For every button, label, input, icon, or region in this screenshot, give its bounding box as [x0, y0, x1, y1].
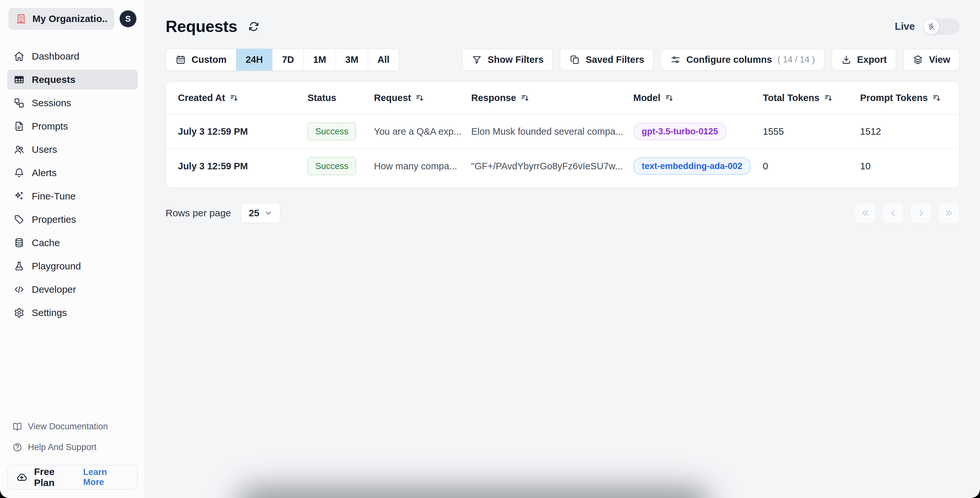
sidebar-item-sessions[interactable]: Sessions — [7, 93, 138, 113]
toggle-knob — [924, 19, 939, 34]
help-and-support-link[interactable]: Help And Support — [7, 438, 138, 457]
sidebar-item-label: Cache — [32, 237, 60, 248]
learn-more-link[interactable]: Learn More — [83, 467, 129, 487]
document-icon — [14, 121, 25, 132]
footer-link-label: Help And Support — [28, 442, 97, 452]
next-page-icon — [916, 209, 926, 217]
show-filters-button[interactable]: Show Filters — [462, 49, 553, 71]
help-circle-icon — [12, 442, 22, 452]
time-range-control: Custom 24H 7D 1M 3M All — [165, 49, 399, 71]
sidebar-item-playground[interactable]: Playground — [7, 256, 138, 276]
view-documentation-link[interactable]: View Documentation — [7, 417, 138, 436]
pager-buttons — [854, 202, 959, 224]
first-page-button[interactable] — [854, 202, 876, 224]
rows-per-page-select[interactable]: 25 — [241, 203, 280, 223]
columns-count: ( 14 / 14 ) — [778, 55, 815, 65]
time-range-24h[interactable]: 24H — [236, 49, 272, 71]
sidebar-item-dashboard[interactable]: Dashboard — [7, 46, 138, 67]
table-row[interactable]: July 3 12:59 PM Success You are a Q&A ex… — [166, 114, 959, 149]
org-row: My Organizatio... S — [0, 0, 145, 38]
column-header-model[interactable]: Model — [633, 93, 763, 103]
sidebar-footer: View Documentation Help And Support Free… — [0, 417, 145, 498]
sidebar-item-alerts[interactable]: Alerts — [7, 163, 138, 183]
toolbar: Custom 24H 7D 1M 3M All Show Filters Sav… — [165, 49, 959, 71]
cell-status: Success — [307, 157, 374, 175]
plan-card: Free Plan Learn More — [7, 465, 138, 490]
sidebar-item-prompts[interactable]: Prompts — [7, 116, 138, 136]
sidebar-item-developer[interactable]: Developer — [7, 279, 138, 300]
org-switcher-button[interactable]: My Organizatio... — [8, 8, 115, 30]
cell-request: You are a Q&A exp... — [374, 126, 471, 137]
book-open-icon — [12, 422, 22, 431]
column-header-created-at[interactable]: Created At — [178, 93, 307, 103]
sidebar-item-label: Sessions — [32, 97, 71, 108]
cell-total-tokens: 1555 — [763, 126, 860, 137]
first-page-icon — [861, 209, 870, 217]
sidebar-item-requests[interactable]: Requests — [7, 70, 138, 90]
cell-model: text-embedding-ada-002 — [633, 157, 763, 175]
sidebar-item-fine-tune[interactable]: Fine-Tune — [7, 186, 138, 206]
time-range-custom[interactable]: Custom — [166, 49, 236, 71]
user-avatar[interactable]: S — [119, 10, 137, 27]
last-page-icon — [944, 209, 953, 217]
sidebar-item-properties[interactable]: Properties — [7, 209, 138, 230]
bell-icon — [14, 167, 25, 178]
column-header-total-tokens[interactable]: Total Tokens — [763, 93, 860, 103]
column-header-request[interactable]: Request — [374, 93, 471, 103]
code-icon — [14, 284, 25, 295]
sidebar-item-cache[interactable]: Cache — [7, 233, 138, 253]
cell-created-at: July 3 12:59 PM — [178, 161, 307, 171]
layers-icon — [913, 54, 923, 65]
sidebar-item-label: Developer — [32, 284, 76, 295]
home-icon — [14, 51, 25, 62]
table-row[interactable]: July 3 12:59 PM Success How many compa..… — [166, 149, 959, 183]
configure-columns-button[interactable]: Configure columns ( 14 / 14 ) — [661, 49, 824, 71]
cell-request: How many compa... — [374, 161, 471, 171]
column-header-status: Status — [307, 93, 374, 103]
cell-response: "GF+/PAvdYbyrrGo8yFz6vIeSU7w... — [471, 161, 633, 171]
live-toggle-group: Live — [895, 19, 959, 35]
sort-icon — [824, 94, 833, 102]
time-range-1m[interactable]: 1M — [304, 49, 336, 71]
tag-icon — [14, 214, 25, 225]
status-badge: Success — [307, 157, 356, 175]
refresh-button[interactable] — [248, 21, 260, 33]
sidebar-item-users[interactable]: Users — [7, 140, 138, 160]
sidebar-item-settings[interactable]: Settings — [7, 303, 138, 323]
time-range-3m[interactable]: 3M — [336, 49, 368, 71]
last-page-button[interactable] — [938, 202, 959, 224]
export-button[interactable]: Export — [832, 49, 896, 71]
cell-status: Success — [307, 122, 374, 141]
next-page-button[interactable] — [910, 202, 932, 224]
column-header-prompt-tokens[interactable]: Prompt Tokens — [860, 93, 959, 103]
view-button[interactable]: View — [903, 49, 959, 71]
sparkles-icon — [14, 191, 25, 202]
sidebar-item-label: Requests — [32, 74, 75, 85]
footer-link-label: View Documentation — [28, 422, 108, 431]
live-label: Live — [895, 21, 915, 32]
building-icon — [16, 13, 27, 24]
calendar-icon — [175, 54, 186, 65]
cell-prompt-tokens: 1512 — [860, 126, 959, 137]
flash-off-icon — [927, 22, 936, 31]
table-header-row: Created At Status Request Response Model — [166, 82, 959, 114]
live-toggle[interactable] — [923, 19, 959, 35]
sidebar-item-label: Users — [32, 144, 57, 155]
rows-per-page-label: Rows per page — [165, 208, 231, 219]
sort-icon — [932, 94, 941, 102]
chevron-down-icon — [264, 209, 272, 217]
prev-page-button[interactable] — [883, 202, 904, 224]
saved-filters-button[interactable]: Saved Filters — [560, 49, 654, 71]
sidebar-item-label: Fine-Tune — [32, 191, 76, 202]
model-badge: gpt-3.5-turbo-0125 — [633, 123, 727, 140]
org-name: My Organizatio... — [32, 13, 107, 24]
time-range-all[interactable]: All — [368, 49, 399, 71]
flask-icon — [14, 261, 25, 272]
sort-icon — [665, 94, 674, 102]
cloud-upload-icon — [16, 471, 27, 483]
column-header-response[interactable]: Response — [471, 93, 633, 103]
time-range-7d[interactable]: 7D — [272, 49, 304, 71]
sidebar-item-label: Properties — [32, 214, 76, 225]
prev-page-icon — [889, 209, 898, 217]
copy-icon — [570, 54, 580, 65]
